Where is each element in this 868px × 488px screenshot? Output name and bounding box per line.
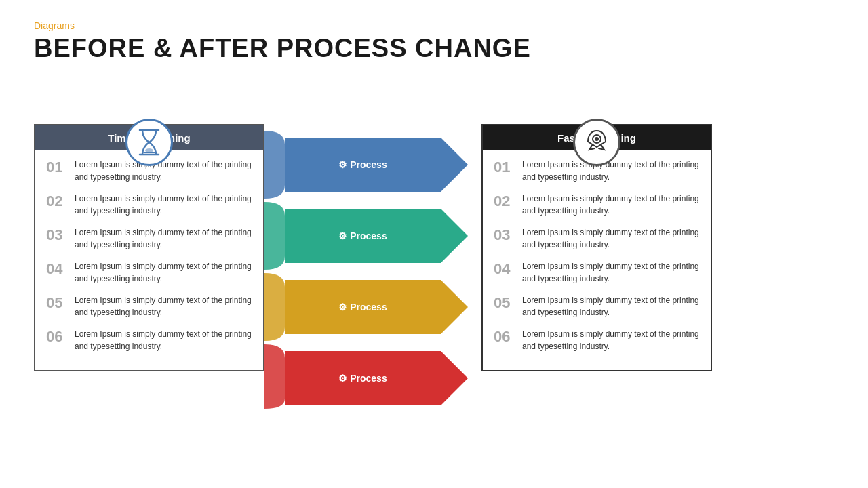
right-item-text: Lorem Ipsum is simply dummy text of the … bbox=[522, 260, 700, 285]
left-item-num: 01 bbox=[46, 159, 68, 176]
arrows-container: ⚙ Process ⚙ Process ⚙ Process ⚙ Process bbox=[264, 124, 481, 411]
left-item-text: Lorem Ipsum is simply dummy text of the … bbox=[75, 159, 252, 183]
svg-marker-11 bbox=[441, 351, 468, 405]
svg-text:⚙ Process: ⚙ Process bbox=[338, 373, 387, 384]
left-item-num: 04 bbox=[46, 260, 68, 278]
right-list-item: 06 Lorem Ipsum is simply dummy text of t… bbox=[494, 328, 700, 352]
right-box: Fast Processing 01 Lorem Ipsum is simply… bbox=[481, 124, 712, 371]
right-item-num: 02 bbox=[494, 192, 515, 210]
svg-text:⚙ Process: ⚙ Process bbox=[338, 230, 387, 241]
svg-text:⚙ Process: ⚙ Process bbox=[338, 159, 387, 170]
left-item-text: Lorem Ipsum is simply dummy text of the … bbox=[75, 260, 252, 285]
left-list-item: 05 Lorem Ipsum is simply dummy text of t… bbox=[46, 294, 252, 319]
right-item-num: 04 bbox=[494, 260, 515, 278]
right-list-item: 05 Lorem Ipsum is simply dummy text of t… bbox=[494, 294, 700, 319]
svg-marker-2 bbox=[441, 138, 468, 192]
right-list-item: 04 Lorem Ipsum is simply dummy text of t… bbox=[494, 260, 700, 285]
svg-marker-8 bbox=[441, 280, 468, 334]
tag-label: Diagrams bbox=[34, 20, 834, 31]
right-item-text: Lorem Ipsum is simply dummy text of the … bbox=[522, 294, 700, 319]
left-item-num: 02 bbox=[46, 192, 68, 210]
left-list-item: 02 Lorem Ipsum is simply dummy text of t… bbox=[46, 192, 252, 217]
right-list-item: 03 Lorem Ipsum is simply dummy text of t… bbox=[494, 226, 700, 251]
process-arrows-svg: ⚙ Process ⚙ Process ⚙ Process ⚙ Process bbox=[264, 124, 481, 409]
left-item-num: 05 bbox=[46, 294, 68, 312]
svg-point-14 bbox=[595, 137, 599, 141]
page-title: BEFORE & AFTER PROCESS CHANGE bbox=[34, 34, 834, 63]
rocket-icon bbox=[573, 119, 620, 166]
svg-marker-5 bbox=[441, 209, 468, 263]
left-item-text: Lorem Ipsum is simply dummy text of the … bbox=[75, 226, 252, 251]
left-box: Time Consuming 01 Lorem Ipsum is simply … bbox=[34, 124, 264, 371]
left-item-text: Lorem Ipsum is simply dummy text of the … bbox=[75, 294, 252, 319]
right-list-item: 02 Lorem Ipsum is simply dummy text of t… bbox=[494, 192, 700, 217]
right-item-text: Lorem Ipsum is simply dummy text of the … bbox=[522, 328, 700, 352]
svg-point-0 bbox=[145, 148, 153, 152]
left-item-text: Lorem Ipsum is simply dummy text of the … bbox=[75, 328, 252, 352]
left-item-num: 03 bbox=[46, 226, 68, 244]
left-list-item: 03 Lorem Ipsum is simply dummy text of t… bbox=[46, 226, 252, 251]
page: Diagrams BEFORE & AFTER PROCESS CHANGE T… bbox=[0, 0, 868, 488]
left-item-num: 06 bbox=[46, 328, 68, 346]
right-box-body: 01 Lorem Ipsum is simply dummy text of t… bbox=[483, 150, 711, 370]
left-item-text: Lorem Ipsum is simply dummy text of the … bbox=[75, 192, 252, 217]
content-area: Time Consuming 01 Lorem Ipsum is simply … bbox=[34, 83, 834, 411]
right-item-num: 03 bbox=[494, 226, 515, 244]
left-list-item: 06 Lorem Ipsum is simply dummy text of t… bbox=[46, 328, 252, 352]
right-item-text: Lorem Ipsum is simply dummy text of the … bbox=[522, 159, 700, 183]
right-item-text: Lorem Ipsum is simply dummy text of the … bbox=[522, 226, 700, 251]
hourglass-icon bbox=[125, 119, 173, 166]
svg-text:⚙ Process: ⚙ Process bbox=[338, 302, 387, 312]
left-list-item: 04 Lorem Ipsum is simply dummy text of t… bbox=[46, 260, 252, 285]
right-item-text: Lorem Ipsum is simply dummy text of the … bbox=[522, 192, 700, 217]
right-item-num: 05 bbox=[494, 294, 515, 312]
left-box-body: 01 Lorem Ipsum is simply dummy text of t… bbox=[35, 150, 263, 370]
right-item-num: 01 bbox=[494, 159, 515, 176]
right-item-num: 06 bbox=[494, 328, 515, 346]
